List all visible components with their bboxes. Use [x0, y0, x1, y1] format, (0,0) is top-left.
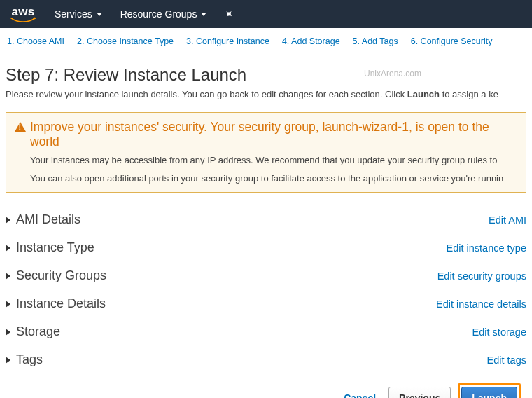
section-title: Instance Type — [16, 240, 94, 255]
watermark: UnixArena.com — [364, 69, 421, 78]
section-toggle[interactable]: Instance Type — [6, 240, 94, 255]
security-warning: Improve your instances' security. Your s… — [6, 112, 526, 193]
section-ami-details: AMI Details Edit AMI — [6, 205, 526, 233]
edit-instance-details-link[interactable]: Edit instance details — [436, 298, 526, 310]
warning-title-row: Improve your instances' security. Your s… — [15, 120, 517, 149]
caret-right-icon — [6, 329, 10, 336]
step-add-storage[interactable]: 4. Add Storage — [282, 36, 340, 50]
warning-line2: You can also open additional ports in yo… — [15, 172, 517, 186]
cancel-button[interactable]: Cancel — [338, 388, 382, 398]
caret-right-icon — [6, 301, 10, 308]
step-configure-security[interactable]: 6. Configure Security — [411, 36, 493, 50]
nav-services-label: Services — [55, 8, 92, 20]
section-toggle[interactable]: Storage — [6, 324, 60, 339]
aws-logo[interactable]: aws — [10, 6, 36, 23]
section-title: Tags — [16, 352, 43, 367]
section-title: Instance Details — [16, 296, 106, 311]
page-subtitle: Please review your instance launch detai… — [6, 89, 526, 100]
edit-storage-link[interactable]: Edit storage — [472, 327, 526, 338]
previous-button[interactable]: Previous — [388, 387, 451, 398]
step-choose-ami[interactable]: 1. Choose AMI — [7, 36, 64, 50]
page-title: Step 7: Review Instance Launch — [6, 65, 526, 85]
warning-icon — [15, 122, 26, 132]
step-add-tags[interactable]: 5. Add Tags — [353, 36, 398, 50]
nav-resource-groups[interactable]: Resource Groups — [120, 8, 207, 20]
top-nav: aws Services Resource Groups ✦ — [0, 0, 532, 28]
section-toggle[interactable]: Security Groups — [6, 268, 106, 283]
edit-security-groups-link[interactable]: Edit security groups — [438, 270, 526, 282]
warning-line1: Your instances may be accessible from an… — [15, 153, 517, 167]
section-storage: Storage Edit storage — [6, 317, 526, 345]
section-title: AMI Details — [16, 212, 80, 227]
section-title: Storage — [16, 324, 60, 339]
section-toggle[interactable]: Tags — [6, 352, 43, 367]
section-toggle[interactable]: Instance Details — [6, 296, 106, 311]
page-body: UnixArena.com Step 7: Review Instance La… — [0, 55, 532, 398]
subtitle-pre: Please review your instance launch detai… — [6, 89, 407, 100]
edit-tags-link[interactable]: Edit tags — [487, 355, 526, 366]
caret-right-icon — [6, 217, 10, 224]
caret-right-icon — [6, 357, 10, 364]
pin-icon[interactable]: ✦ — [222, 6, 237, 22]
warning-title: Improve your instances' security. Your s… — [30, 120, 517, 149]
chevron-down-icon — [97, 13, 102, 16]
review-sections: AMI Details Edit AMI Instance Type Edit … — [6, 205, 526, 373]
caret-right-icon — [6, 245, 10, 252]
section-instance-details: Instance Details Edit instance details — [6, 289, 526, 317]
nav-services[interactable]: Services — [55, 8, 102, 20]
section-title: Security Groups — [16, 268, 106, 283]
subtitle-post: to assign a ke — [440, 89, 498, 100]
section-toggle[interactable]: AMI Details — [6, 212, 80, 227]
nav-resource-groups-label: Resource Groups — [120, 8, 197, 20]
launch-highlight: Launch — [458, 383, 521, 398]
footer-actions: Cancel Previous Launch — [6, 373, 526, 398]
aws-logo-text: aws — [11, 6, 34, 18]
launch-button[interactable]: Launch — [461, 387, 517, 398]
step-configure-instance[interactable]: 3. Configure Instance — [186, 36, 270, 50]
caret-right-icon — [6, 273, 10, 280]
step-choose-instance-type[interactable]: 2. Choose Instance Type — [77, 36, 174, 50]
aws-smile-icon — [10, 17, 36, 23]
section-tags: Tags Edit tags — [6, 345, 526, 373]
wizard-steps: 1. Choose AMI 2. Choose Instance Type 3.… — [0, 28, 532, 55]
subtitle-bold: Launch — [407, 89, 440, 100]
section-security-groups: Security Groups Edit security groups — [6, 261, 526, 289]
chevron-down-icon — [201, 13, 206, 16]
edit-ami-link[interactable]: Edit AMI — [489, 214, 526, 226]
section-instance-type: Instance Type Edit instance type — [6, 233, 526, 261]
edit-instance-type-link[interactable]: Edit instance type — [447, 242, 526, 254]
